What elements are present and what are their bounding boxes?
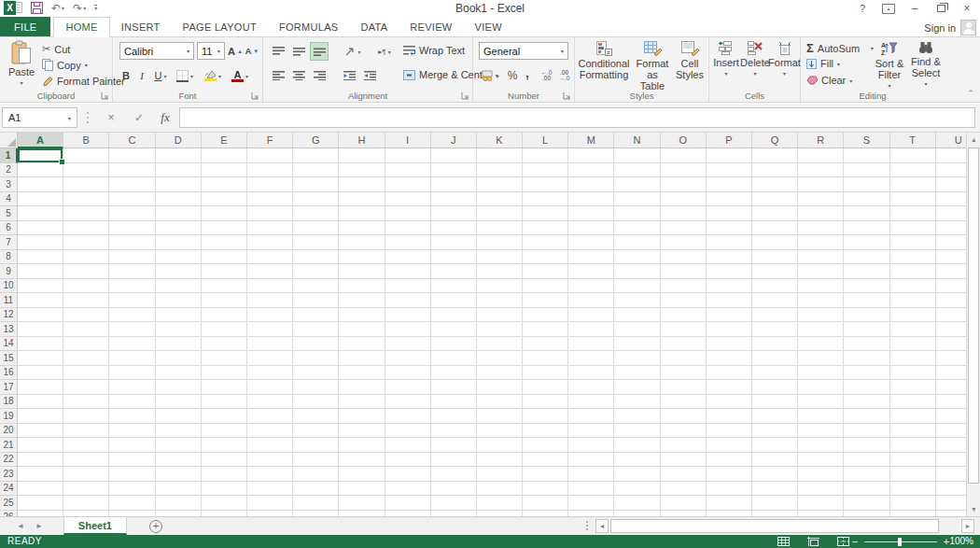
- cell-M8[interactable]: [568, 250, 614, 265]
- cell-J5[interactable]: [431, 206, 477, 221]
- cell-O6[interactable]: [661, 221, 707, 236]
- cell-A12[interactable]: [18, 308, 63, 323]
- cell-H6[interactable]: [339, 221, 385, 236]
- cell-A17[interactable]: [18, 380, 63, 395]
- cell-U25[interactable]: [936, 496, 966, 511]
- decrease-indent-button[interactable]: [340, 66, 358, 85]
- cell-A13[interactable]: [18, 322, 63, 337]
- cell-H23[interactable]: [339, 467, 385, 482]
- row-header-7[interactable]: 7: [0, 235, 18, 250]
- cell-H15[interactable]: [339, 351, 385, 366]
- delete-cells-button[interactable]: Delete▾: [741, 41, 769, 77]
- cell-B24[interactable]: [63, 482, 109, 497]
- cell-L18[interactable]: [523, 395, 568, 410]
- cell-J2[interactable]: [431, 163, 477, 178]
- cell-T9[interactable]: [890, 264, 936, 279]
- cell-R6[interactable]: [798, 221, 844, 236]
- tab-view[interactable]: VIEW: [464, 17, 513, 36]
- cell-B25[interactable]: [63, 496, 109, 511]
- cell-E13[interactable]: [202, 322, 247, 337]
- next-sheet-button[interactable]: ►: [35, 522, 43, 530]
- cell-M15[interactable]: [568, 351, 614, 366]
- row-header-9[interactable]: 9: [0, 264, 18, 279]
- cell-T22[interactable]: [890, 453, 936, 468]
- cell-E8[interactable]: [202, 250, 247, 265]
- cell-Q9[interactable]: [752, 264, 798, 279]
- cell-P23[interactable]: [707, 467, 752, 482]
- cell-D10[interactable]: [156, 279, 202, 294]
- cell-U5[interactable]: [936, 206, 966, 221]
- cell-D1[interactable]: [156, 148, 202, 163]
- cell-T16[interactable]: [890, 366, 936, 381]
- cell-M5[interactable]: [568, 206, 614, 221]
- italic-button[interactable]: I: [135, 66, 148, 85]
- vertical-scrollbar-thumb[interactable]: [968, 148, 979, 484]
- cell-C3[interactable]: [109, 177, 155, 192]
- cell-L3[interactable]: [523, 177, 568, 192]
- cell-O19[interactable]: [661, 409, 707, 424]
- row-header-23[interactable]: 23: [0, 467, 18, 482]
- cell-H18[interactable]: [339, 395, 385, 410]
- cell-K19[interactable]: [477, 409, 523, 424]
- cell-I12[interactable]: [385, 308, 431, 323]
- cell-J17[interactable]: [431, 380, 477, 395]
- cell-M9[interactable]: [568, 264, 614, 279]
- cell-G21[interactable]: [293, 438, 339, 453]
- formula-bar-splitter[interactable]: [87, 112, 89, 123]
- restore-button[interactable]: [931, 1, 950, 16]
- row-header-1[interactable]: 1: [0, 148, 18, 163]
- tab-review[interactable]: REVIEW: [399, 17, 463, 36]
- cell-A11[interactable]: [18, 293, 63, 308]
- cell-I8[interactable]: [385, 250, 431, 265]
- decrease-font-size-button[interactable]: A▼: [245, 42, 259, 61]
- cell-S14[interactable]: [844, 337, 889, 352]
- cell-L10[interactable]: [523, 279, 568, 294]
- cell-M14[interactable]: [568, 337, 614, 352]
- cell-O20[interactable]: [661, 424, 707, 439]
- cell-Q21[interactable]: [752, 438, 798, 453]
- cell-Q16[interactable]: [752, 366, 798, 381]
- cell-P19[interactable]: [707, 409, 752, 424]
- tab-home[interactable]: HOME: [53, 17, 109, 37]
- cell-I11[interactable]: [385, 293, 431, 308]
- cell-O1[interactable]: [661, 148, 707, 163]
- cell-L16[interactable]: [523, 366, 568, 381]
- cell-N23[interactable]: [614, 467, 660, 482]
- cell-C15[interactable]: [109, 351, 155, 366]
- column-header-H[interactable]: H: [339, 133, 385, 148]
- cell-U2[interactable]: [936, 163, 966, 178]
- cell-N1[interactable]: [614, 148, 660, 163]
- cell-I5[interactable]: [385, 206, 431, 221]
- tab-insert[interactable]: INSERT: [110, 17, 172, 36]
- cell-C24[interactable]: [109, 482, 155, 497]
- cell-A8[interactable]: [18, 250, 63, 265]
- cell-C17[interactable]: [109, 380, 155, 395]
- cell-T2[interactable]: [890, 163, 936, 178]
- cell-L2[interactable]: [523, 163, 568, 178]
- cell-I9[interactable]: [385, 264, 431, 279]
- cell-Q11[interactable]: [752, 293, 798, 308]
- cell-E10[interactable]: [202, 279, 247, 294]
- column-header-P[interactable]: P: [707, 133, 752, 148]
- cell-C5[interactable]: [109, 206, 155, 221]
- cell-S2[interactable]: [844, 163, 889, 178]
- fill-color-button[interactable]: ▾: [201, 66, 225, 85]
- cell-J19[interactable]: [431, 409, 477, 424]
- cell-I17[interactable]: [385, 380, 431, 395]
- cell-Q1[interactable]: [752, 148, 798, 163]
- cell-H16[interactable]: [339, 366, 385, 381]
- cell-K17[interactable]: [477, 380, 523, 395]
- cell-B3[interactable]: [63, 177, 109, 192]
- cell-E20[interactable]: [202, 424, 247, 439]
- column-header-T[interactable]: T: [890, 133, 936, 148]
- find-select-button[interactable]: Find & Select▾: [909, 41, 943, 87]
- cell-R21[interactable]: [798, 438, 844, 453]
- cell-O7[interactable]: [661, 235, 707, 250]
- cell-Q5[interactable]: [752, 206, 798, 221]
- cell-F6[interactable]: [247, 221, 293, 236]
- cell-J21[interactable]: [431, 438, 477, 453]
- cell-S18[interactable]: [844, 395, 889, 410]
- cell-Q2[interactable]: [752, 163, 798, 178]
- cell-G18[interactable]: [293, 395, 339, 410]
- cell-P12[interactable]: [707, 308, 752, 323]
